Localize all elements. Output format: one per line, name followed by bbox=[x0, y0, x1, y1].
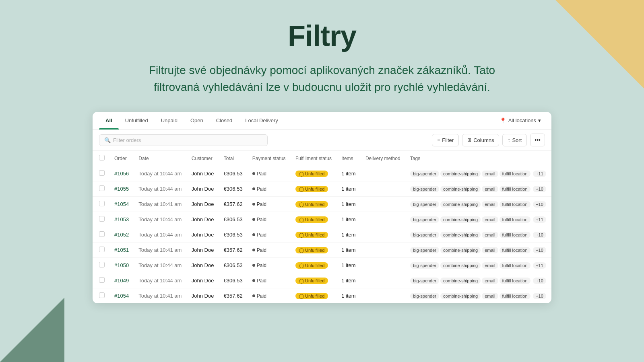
table-row[interactable]: #1049 Today at 10:44 am John Doe €306.53… bbox=[93, 273, 551, 288]
tag-more: +10 bbox=[533, 201, 546, 208]
tab-open[interactable]: Open bbox=[184, 112, 210, 129]
fulfillment-badge: ◯ Unfulfilled bbox=[295, 186, 328, 192]
tab-closed[interactable]: Closed bbox=[210, 112, 239, 129]
table-row[interactable]: #1051 Today at 10:41 am John Doe €357.62… bbox=[93, 243, 551, 258]
row-checkbox bbox=[93, 166, 109, 181]
filter-label: Filter bbox=[442, 137, 454, 143]
header-order: Order bbox=[109, 151, 134, 166]
tab-unfulfilled[interactable]: Unfulfilled bbox=[119, 112, 155, 129]
row-checkbox-input[interactable] bbox=[99, 292, 105, 298]
tag: big-spender bbox=[410, 278, 439, 284]
table-row[interactable]: #1054 Today at 10:41 am John Doe €357.62… bbox=[93, 197, 551, 212]
tag-more: +10 bbox=[533, 293, 546, 299]
search-icon: 🔍 bbox=[104, 137, 111, 143]
row-checkbox-input[interactable] bbox=[99, 277, 105, 283]
columns-label: Columns bbox=[473, 137, 494, 143]
table-row[interactable]: #1052 Today at 10:44 am John Doe €306.53… bbox=[93, 227, 551, 243]
row-checkbox bbox=[93, 288, 109, 304]
row-items: 1 item bbox=[336, 212, 361, 227]
tag: combine-shipping bbox=[440, 201, 481, 208]
table-row[interactable]: #1054 Today at 10:41 am John Doe €357.62… bbox=[93, 288, 551, 304]
row-delivery bbox=[361, 166, 405, 181]
row-checkbox bbox=[93, 258, 109, 273]
payment-badge: Paid bbox=[252, 202, 286, 207]
filter-button[interactable]: ≡ Filter bbox=[432, 134, 459, 146]
table-row[interactable]: #1056 Today at 10:44 am John Doe €306.53… bbox=[93, 166, 551, 181]
fulfillment-badge: ◯ Unfulfilled bbox=[295, 262, 328, 269]
row-checkbox-input[interactable] bbox=[99, 170, 105, 176]
tab-all[interactable]: All bbox=[99, 112, 119, 129]
tag: big-spender bbox=[410, 171, 439, 177]
row-payment: Paid bbox=[248, 258, 291, 273]
payment-badge: Paid bbox=[252, 278, 286, 284]
row-tags: big-spendercombine-shippingemailfulfill … bbox=[405, 288, 551, 304]
paid-dot-icon bbox=[252, 172, 255, 175]
row-fulfillment: ◯ Unfulfilled bbox=[291, 212, 336, 227]
row-checkbox-input[interactable] bbox=[99, 216, 105, 222]
row-checkbox-input[interactable] bbox=[99, 185, 105, 191]
tag: email bbox=[482, 186, 498, 192]
row-checkbox-input[interactable] bbox=[99, 201, 105, 206]
more-button[interactable]: ••• bbox=[530, 134, 545, 146]
row-total: €357.62 bbox=[219, 243, 248, 258]
all-locations-button[interactable]: 📍 All locations ▾ bbox=[495, 114, 545, 127]
payment-badge: Paid bbox=[252, 232, 286, 238]
tag: fulfill location bbox=[500, 293, 530, 299]
row-fulfillment: ◯ Unfulfilled bbox=[291, 181, 336, 197]
table-row[interactable]: #1055 Today at 10:44 am John Doe €306.53… bbox=[93, 181, 551, 197]
row-delivery bbox=[361, 197, 405, 212]
tag: combine-shipping bbox=[440, 171, 481, 177]
row-payment: Paid bbox=[248, 181, 291, 197]
tag: email bbox=[482, 247, 498, 253]
row-delivery bbox=[361, 212, 405, 227]
row-order: #1052 bbox=[109, 227, 134, 243]
header-delivery: Delivery method bbox=[361, 151, 405, 166]
row-tags: big-spendercombine-shippingemailfulfill … bbox=[405, 197, 551, 212]
row-date: Today at 10:41 am bbox=[134, 197, 186, 212]
row-checkbox bbox=[93, 197, 109, 212]
tag: fulfill location bbox=[500, 278, 530, 284]
tag: big-spender bbox=[410, 216, 439, 223]
tag: email bbox=[482, 171, 498, 177]
row-date: Today at 10:41 am bbox=[134, 288, 186, 304]
sort-button[interactable]: ↕ Sort bbox=[502, 134, 527, 146]
row-customer: John Doe bbox=[187, 273, 219, 288]
row-date: Today at 10:44 am bbox=[134, 166, 186, 181]
row-fulfillment: ◯ Unfulfilled bbox=[291, 273, 336, 288]
row-tags: big-spendercombine-shippingemailfulfill … bbox=[405, 243, 551, 258]
tag: combine-shipping bbox=[440, 293, 481, 299]
tab-local-delivery[interactable]: Local Delivery bbox=[239, 112, 285, 129]
header-payment: Payment status bbox=[248, 151, 291, 166]
tag: combine-shipping bbox=[440, 232, 481, 238]
table-row[interactable]: #1050 Today at 10:44 am John Doe €306.53… bbox=[93, 258, 551, 273]
row-checkbox-input[interactable] bbox=[99, 231, 105, 237]
header-fulfillment: Fulfillment status bbox=[291, 151, 336, 166]
header-tags: Tags bbox=[405, 151, 551, 166]
tag: combine-shipping bbox=[440, 186, 481, 192]
tab-unpaid[interactable]: Unpaid bbox=[155, 112, 184, 129]
tag: fulfill location bbox=[500, 171, 530, 177]
search-box[interactable]: 🔍 Filter orders bbox=[99, 134, 268, 146]
tag: combine-shipping bbox=[440, 278, 481, 284]
paid-dot-icon bbox=[252, 187, 255, 190]
row-checkbox-input[interactable] bbox=[99, 247, 105, 252]
row-tags: big-spendercombine-shippingemailfulfill … bbox=[405, 258, 551, 273]
row-checkbox-input[interactable] bbox=[99, 262, 105, 267]
page-subtitle: Filtrujte své objednávky pomocí aplikova… bbox=[141, 62, 503, 96]
row-delivery bbox=[361, 273, 405, 288]
tag-more: +10 bbox=[533, 186, 546, 192]
columns-button[interactable]: ⊞ Columns bbox=[462, 134, 499, 146]
row-customer: John Doe bbox=[187, 197, 219, 212]
payment-badge: Paid bbox=[252, 293, 286, 299]
tag: big-spender bbox=[410, 262, 439, 269]
tabs-bar: All Unfulfilled Unpaid Open Closed Local… bbox=[93, 112, 551, 130]
tag: combine-shipping bbox=[440, 262, 481, 269]
deco-bottom-left bbox=[0, 298, 64, 362]
row-payment: Paid bbox=[248, 227, 291, 243]
table-row[interactable]: #1053 Today at 10:44 am John Doe €306.53… bbox=[93, 212, 551, 227]
header-items: Items bbox=[336, 151, 361, 166]
tag-more: +10 bbox=[533, 232, 546, 238]
fulfillment-badge: ◯ Unfulfilled bbox=[295, 247, 328, 253]
header-checkbox-input[interactable] bbox=[99, 155, 105, 160]
row-tags: big-spendercombine-shippingemailfulfill … bbox=[405, 273, 551, 288]
